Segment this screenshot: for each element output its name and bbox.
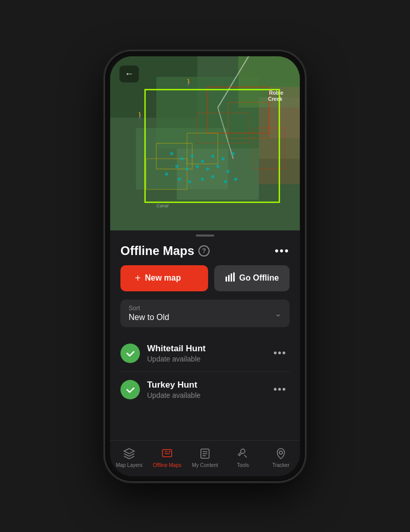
nav-label-my-content: My Content <box>192 462 218 468</box>
nav-item-my-content[interactable]: My Content <box>186 445 224 470</box>
back-button[interactable]: ← <box>119 66 139 82</box>
bottom-sheet: Offline Maps ? ••• + New map <box>110 230 300 440</box>
svg-point-22 <box>211 155 214 158</box>
svg-point-24 <box>232 152 235 155</box>
svg-point-49 <box>169 451 171 452</box>
check-icon-0 <box>120 344 140 363</box>
tracker-icon <box>274 447 288 460</box>
signal-icon <box>225 272 235 284</box>
go-offline-button[interactable]: Go Offline <box>214 265 290 291</box>
svg-point-29 <box>216 165 219 168</box>
svg-point-20 <box>191 155 194 158</box>
phone-frame: 🚶 🚶 Robie Creek Canal ← Offline Maps ? <box>105 51 305 481</box>
tools-icon <box>236 447 250 460</box>
svg-rect-47 <box>233 272 235 282</box>
map-status-0: Update available <box>147 355 263 363</box>
map-more-button-1[interactable]: ••• <box>270 381 290 397</box>
sort-value: New to Old <box>129 313 281 322</box>
svg-point-30 <box>227 170 230 173</box>
nav-item-tools[interactable]: Tools <box>224 445 262 470</box>
svg-point-35 <box>211 175 214 178</box>
new-map-label: New map <box>145 273 181 283</box>
sort-dropdown[interactable]: Sort New to Old ⌄ <box>120 300 290 327</box>
phone-screen: 🚶 🚶 Robie Creek Canal ← Offline Maps ? <box>110 56 300 476</box>
check-icon-1 <box>120 380 140 399</box>
nav-item-tracker[interactable]: Tracker <box>262 445 300 470</box>
svg-point-28 <box>206 167 209 171</box>
svg-point-27 <box>196 165 199 168</box>
map-status-1: Update available <box>147 391 263 399</box>
svg-text:Robie: Robie <box>269 90 283 96</box>
page-title: Offline Maps <box>120 244 194 258</box>
go-offline-label: Go Offline <box>239 273 279 283</box>
nav-label-tools: Tools <box>237 462 249 468</box>
svg-point-23 <box>221 157 224 160</box>
help-button[interactable]: ? <box>198 245 210 257</box>
chevron-down-icon: ⌄ <box>275 308 281 318</box>
plus-icon: + <box>135 272 141 284</box>
sort-label-text: Sort <box>129 305 281 312</box>
svg-point-36 <box>224 180 227 183</box>
svg-point-18 <box>170 152 173 155</box>
svg-point-37 <box>234 178 237 181</box>
nav-label-tracker: Tracker <box>272 462 290 468</box>
map-info-1: Turkey Hunt Update available <box>147 380 263 399</box>
svg-point-34 <box>201 178 204 181</box>
svg-text:Creek: Creek <box>268 96 282 102</box>
svg-rect-45 <box>228 275 230 282</box>
svg-text:🚶: 🚶 <box>184 78 194 87</box>
svg-rect-46 <box>231 273 232 282</box>
nav-label-map-layers: Map Layers <box>116 462 142 468</box>
nav-item-offline-maps[interactable]: Offline Maps <box>148 445 186 470</box>
sheet-handle <box>196 235 214 237</box>
new-map-button[interactable]: + New map <box>120 265 208 291</box>
sheet-header: Offline Maps ? ••• <box>110 239 300 265</box>
svg-point-33 <box>188 180 191 183</box>
svg-text:🚶: 🚶 <box>136 111 145 120</box>
svg-point-51 <box>279 451 282 454</box>
nav-item-map-layers[interactable]: Map Layers <box>110 445 148 470</box>
my-content-icon <box>198 447 212 460</box>
map-layers-icon <box>122 447 136 460</box>
offline-maps-icon <box>160 447 174 460</box>
map-list-item: Whitetail Hunt Update available ••• <box>120 335 290 372</box>
maps-list: Whitetail Hunt Update available ••• Turk… <box>110 335 300 440</box>
svg-text:Canal: Canal <box>156 203 169 208</box>
map-more-button-0[interactable]: ••• <box>270 345 290 361</box>
svg-point-32 <box>178 178 181 181</box>
svg-point-31 <box>165 173 168 176</box>
more-options-button[interactable]: ••• <box>275 244 290 258</box>
map-info-0: Whitetail Hunt Update available <box>147 344 263 363</box>
bottom-nav: Map Layers Offline Maps <box>110 440 300 476</box>
title-row: Offline Maps ? <box>120 244 210 258</box>
map-name-0: Whitetail Hunt <box>147 344 263 354</box>
nav-label-offline-maps: Offline Maps <box>153 462 181 468</box>
svg-point-21 <box>201 160 204 163</box>
svg-point-26 <box>186 167 189 171</box>
svg-point-19 <box>180 157 183 160</box>
action-row: + New map Go Offline <box>110 265 300 300</box>
svg-point-25 <box>175 165 178 168</box>
svg-rect-48 <box>162 450 172 457</box>
svg-rect-44 <box>225 276 227 282</box>
map-name-1: Turkey Hunt <box>147 380 263 390</box>
map-view: 🚶 🚶 Robie Creek Canal ← <box>110 56 300 230</box>
map-list-item: Turkey Hunt Update available ••• <box>120 372 290 408</box>
